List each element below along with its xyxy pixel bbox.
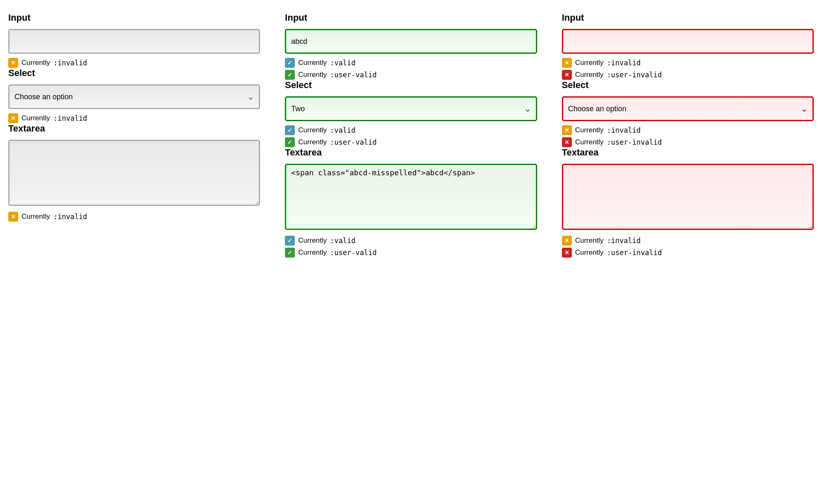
cell-textarea-default: Textarea ✕ Currently :invalid bbox=[8, 123, 260, 222]
textarea-valid[interactable]: <span class="abcd-misspelled">abcd</span… bbox=[285, 164, 537, 230]
badge-orange-6: ✕ bbox=[562, 236, 572, 246]
status-list-select-default: ✕ Currently :invalid bbox=[8, 113, 260, 123]
badge-green-2: ✓ bbox=[285, 137, 295, 147]
column-user-invalid: Input ✕ Currently :invalid ✕ Currently :… bbox=[562, 12, 814, 258]
badge-orange-3: ✕ bbox=[8, 212, 18, 222]
input-label-user-invalid: Input bbox=[562, 12, 814, 23]
cell-textarea-user-invalid: Textarea ✕ Currently :invalid ✕ Currentl… bbox=[562, 147, 814, 258]
input-valid[interactable] bbox=[285, 29, 537, 54]
badge-blue-1: ✓ bbox=[285, 58, 295, 68]
status-invalid-select-default: ✕ Currently :invalid bbox=[8, 113, 260, 123]
badge-red-1: ✕ bbox=[562, 70, 572, 80]
status-invalid-textarea-3: ✕ Currently :invalid bbox=[562, 236, 814, 246]
badge-orange-4: ✕ bbox=[562, 58, 572, 68]
status-invalid-textarea-default: ✕ Currently :invalid bbox=[8, 212, 260, 222]
badge-red-2: ✕ bbox=[562, 137, 572, 147]
status-list-input-default: ✕ Currently :invalid bbox=[8, 58, 260, 68]
badge-orange-2: ✕ bbox=[8, 113, 18, 123]
status-list-input-valid: ✓ Currently :valid ✓ Currently :user-val… bbox=[285, 58, 537, 80]
status-list-input-user-invalid: ✕ Currently :invalid ✕ Currently :user-i… bbox=[562, 58, 814, 80]
status-list-textarea-default: ✕ Currently :invalid bbox=[8, 212, 260, 222]
status-user-valid-input: ✓ Currently :user-valid bbox=[285, 70, 537, 80]
status-invalid-default: ✕ Currently :invalid bbox=[8, 58, 260, 68]
input-label-valid: Input bbox=[285, 12, 537, 23]
status-list-select-valid: ✓ Currently :valid ✓ Currently :user-val… bbox=[285, 125, 537, 147]
input-default[interactable] bbox=[8, 29, 260, 54]
status-invalid-input-3: ✕ Currently :invalid bbox=[562, 58, 814, 68]
cell-input-default: Input ✕ Currently :invalid bbox=[8, 12, 260, 68]
input-user-invalid[interactable] bbox=[562, 29, 814, 54]
badge-green-1: ✓ bbox=[285, 70, 295, 80]
cell-input-user-invalid: Input ✕ Currently :invalid ✕ Currently :… bbox=[562, 12, 814, 80]
cell-select-user-invalid: Select Choose an option One Two Three ⌄ … bbox=[562, 80, 814, 147]
textarea-wrapper-valid: <span class="abcd-misspelled">abcd</span… bbox=[285, 164, 537, 232]
column-valid: Input ✓ Currently :valid ✓ Currently :us… bbox=[285, 12, 537, 258]
status-user-invalid-textarea: ✕ Currently :user-invalid bbox=[562, 248, 814, 258]
status-valid-select: ✓ Currently :valid bbox=[285, 125, 537, 135]
select-user-invalid[interactable]: Choose an option One Two Three bbox=[562, 96, 814, 121]
badge-red-3: ✕ bbox=[562, 248, 572, 258]
main-grid: Input ✕ Currently :invalid Select Choose… bbox=[8, 12, 814, 258]
status-list-textarea-valid: ✓ Currently :valid ✓ Currently :user-val… bbox=[285, 236, 537, 258]
select-label-user-invalid: Select bbox=[562, 80, 814, 91]
select-wrapper-user-invalid: Choose an option One Two Three ⌄ bbox=[562, 96, 814, 121]
cell-select-default: Select Choose an option One Two Three ⌄ … bbox=[8, 68, 260, 123]
select-wrapper-valid: Choose an option One Two Three ⌄ bbox=[285, 96, 537, 121]
textarea-label-valid: Textarea bbox=[285, 147, 537, 158]
textarea-wrapper-default bbox=[8, 140, 260, 208]
textarea-user-invalid[interactable] bbox=[562, 164, 814, 230]
badge-blue-2: ✓ bbox=[285, 125, 295, 135]
status-list-textarea-user-invalid: ✕ Currently :invalid ✕ Currently :user-i… bbox=[562, 236, 814, 258]
badge-green-3: ✓ bbox=[285, 248, 295, 258]
status-invalid-select-3: ✕ Currently :invalid bbox=[562, 125, 814, 135]
select-label-default: Select bbox=[8, 68, 260, 79]
status-user-valid-textarea: ✓ Currently :user-valid bbox=[285, 248, 537, 258]
textarea-wrapper-user-invalid bbox=[562, 164, 814, 232]
select-label-valid: Select bbox=[285, 80, 537, 91]
select-valid[interactable]: Choose an option One Two Three bbox=[285, 96, 537, 121]
status-valid-textarea: ✓ Currently :valid bbox=[285, 236, 537, 246]
status-user-invalid-select: ✕ Currently :user-invalid bbox=[562, 137, 814, 147]
textarea-label-default: Textarea bbox=[8, 123, 260, 134]
textarea-label-user-invalid: Textarea bbox=[562, 147, 814, 158]
badge-orange-1: ✕ bbox=[8, 58, 18, 68]
column-default: Input ✕ Currently :invalid Select Choose… bbox=[8, 12, 260, 258]
textarea-default[interactable] bbox=[8, 140, 260, 206]
cell-textarea-valid: Textarea <span class="abcd-misspelled">a… bbox=[285, 147, 537, 258]
status-list-select-user-invalid: ✕ Currently :invalid ✕ Currently :user-i… bbox=[562, 125, 814, 147]
select-default[interactable]: Choose an option One Two Three bbox=[8, 84, 260, 109]
status-user-invalid-input: ✕ Currently :user-invalid bbox=[562, 70, 814, 80]
cell-select-valid: Select Choose an option One Two Three ⌄ … bbox=[285, 80, 537, 147]
status-valid-input: ✓ Currently :valid bbox=[285, 58, 537, 68]
select-wrapper-default: Choose an option One Two Three ⌄ bbox=[8, 84, 260, 109]
cell-input-valid: Input ✓ Currently :valid ✓ Currently :us… bbox=[285, 12, 537, 80]
input-label-default: Input bbox=[8, 12, 260, 23]
badge-blue-3: ✓ bbox=[285, 236, 295, 246]
status-user-valid-select: ✓ Currently :user-valid bbox=[285, 137, 537, 147]
badge-orange-5: ✕ bbox=[562, 125, 572, 135]
